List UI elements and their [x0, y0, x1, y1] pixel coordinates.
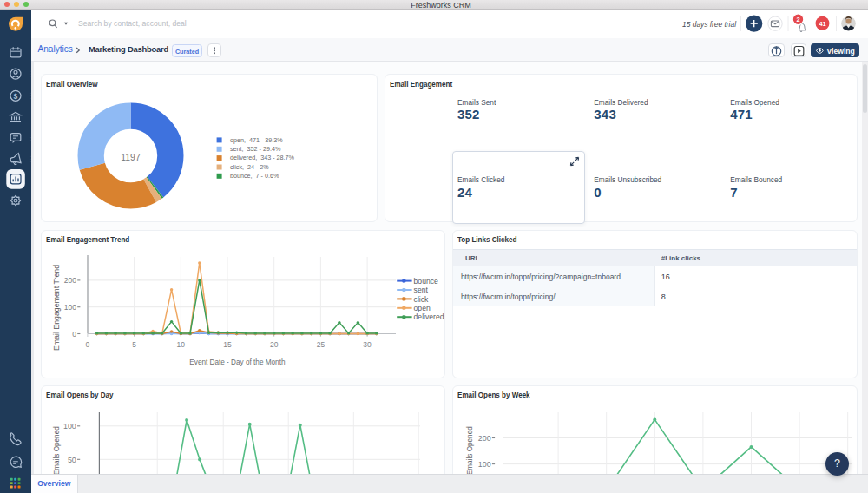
svg-text:0: 0: [86, 339, 90, 348]
svg-text:sent, 352 - 29.4%: sent, 352 - 29.4%: [230, 145, 281, 153]
svg-text:50: 50: [68, 455, 76, 463]
svg-text:bounce, 7 - 0.6%: bounce, 7 - 0.6%: [230, 172, 279, 180]
svg-text:100: 100: [478, 459, 491, 468]
svg-text:2: 2: [796, 16, 799, 23]
svg-text:delivered: delivered: [414, 312, 444, 321]
svg-text:Event Date - Day of the Month: Event Date - Day of the Month: [189, 358, 286, 366]
svg-text:41: 41: [819, 20, 825, 28]
svg-text:click, 24 - 2%: click, 24 - 2%: [230, 163, 269, 171]
svg-text:5: 5: [132, 339, 136, 348]
svg-text:20: 20: [270, 339, 279, 348]
svg-text:200: 200: [478, 433, 491, 442]
svg-text:0: 0: [72, 329, 76, 338]
svg-text:sent: sent: [414, 286, 429, 294]
svg-text:$: $: [14, 92, 18, 101]
svg-text:Email Engagement Trend: Email Engagement Trend: [52, 264, 61, 350]
svg-text:30: 30: [363, 339, 372, 348]
svg-text:10: 10: [177, 339, 186, 348]
svg-text:15: 15: [223, 339, 232, 348]
svg-text:open, 471 - 39.3%: open, 471 - 39.3%: [230, 136, 283, 144]
svg-text:Search by contact, account, de: Search by contact, account, deal: [78, 19, 187, 28]
svg-text:click: click: [414, 294, 429, 303]
svg-text:15 days free trial: 15 days free trial: [682, 20, 737, 29]
svg-text:100: 100: [63, 422, 76, 431]
svg-text:25: 25: [317, 339, 326, 348]
svg-text:bounce: bounce: [414, 276, 438, 285]
svg-text:open: open: [414, 303, 431, 312]
svg-text:Viewing: Viewing: [827, 46, 855, 55]
svg-text:1197: 1197: [121, 153, 141, 162]
svg-text:delivered, 343 - 28.7%: delivered, 343 - 28.7%: [230, 154, 295, 161]
svg-text:200: 200: [64, 276, 77, 285]
svg-text:100: 100: [64, 302, 77, 311]
